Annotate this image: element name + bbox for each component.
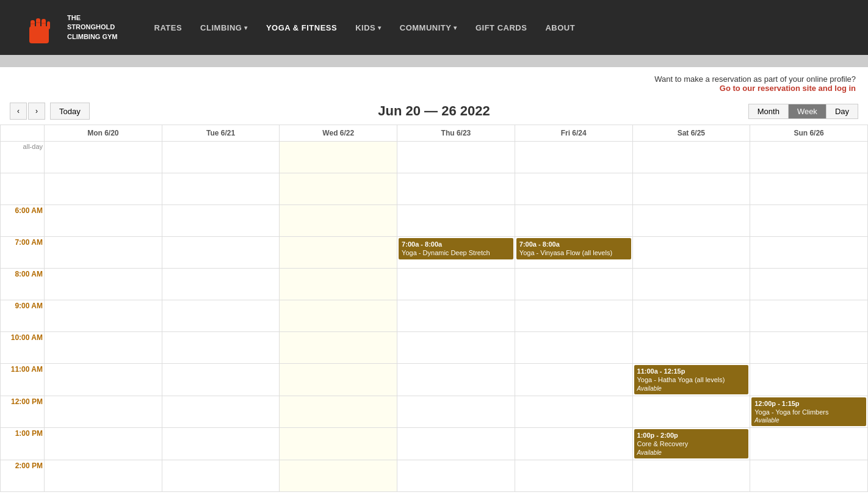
10am-sat <box>632 332 750 364</box>
event-title: Core & Recovery <box>637 440 746 448</box>
12pm-wed <box>280 396 397 428</box>
event-title: Yoga - Yoga for Climbers <box>754 408 863 416</box>
1pm-fri <box>515 428 632 460</box>
12pm-tue <box>162 396 280 428</box>
event-core-recovery[interactable]: 1:00p - 2:00p Core & Recovery Available <box>634 429 749 458</box>
8am-tue <box>162 269 280 300</box>
reservation-notice: Want to make a reservation as part of yo… <box>0 67 868 98</box>
event-time: 12:00p - 1:15p <box>754 399 863 408</box>
event-yoga-hatha[interactable]: 11:00a - 12:15p Yoga - Hatha Yoga (all l… <box>634 365 749 394</box>
pre6-tue <box>162 173 280 205</box>
1pm-sun <box>750 428 868 460</box>
next-button[interactable]: › <box>28 103 45 120</box>
day-header-sun: Sun 6/26 <box>750 125 868 142</box>
chevron-down-icon: ▾ <box>378 24 382 31</box>
2pm-thu <box>397 460 515 491</box>
1pm-sat[interactable]: 1:00p - 2:00p Core & Recovery Available <box>632 428 750 460</box>
12pm-sun[interactable]: 12:00p - 1:15p Yoga - Yoga for Climbers … <box>750 396 868 428</box>
nav-item-rates[interactable]: RATES <box>154 23 183 32</box>
1pm-wed <box>280 428 397 460</box>
8am-wed <box>280 269 397 300</box>
view-week-button[interactable]: Week <box>788 104 826 118</box>
2pm-sun <box>750 460 868 491</box>
9am-fri <box>515 300 632 332</box>
nav-item-yoga[interactable]: YOGA & FITNESS <box>266 23 337 32</box>
main-header: THE STRONGHOLD CLIMBING GYM RATES CLIMBI… <box>0 0 868 55</box>
1pm-tue <box>162 428 280 460</box>
6am-sun <box>750 205 868 237</box>
7am-fri[interactable]: 7:00a - 8:00a Yoga - Vinyasa Flow (all l… <box>515 237 632 269</box>
2pm-sat <box>632 460 750 491</box>
12pm-mon <box>45 396 162 428</box>
main-nav: RATES CLIMBING ▾ YOGA & FITNESS KIDS ▾ C… <box>154 23 576 32</box>
pre-6am-row <box>1 173 868 205</box>
9am-tue <box>162 300 280 332</box>
view-buttons: Month Week Day <box>748 104 858 119</box>
calendar-wrapper[interactable]: Mon 6/20 Tue 6/21 Wed 6/22 Thu 6/23 Fri … <box>0 125 868 499</box>
allday-label: all-day <box>1 142 45 173</box>
9am-wed <box>280 300 397 332</box>
view-month-button[interactable]: Month <box>749 104 788 118</box>
allday-mon <box>45 142 162 173</box>
8am-sun <box>750 269 868 300</box>
nav-item-giftcards[interactable]: GIFT CARDS <box>476 23 527 32</box>
10am-mon <box>45 332 162 364</box>
12pm-fri <box>515 396 632 428</box>
reservation-link[interactable]: Go to our reservation site and log in <box>12 84 856 93</box>
event-time: 1:00p - 2:00p <box>637 431 746 440</box>
day-header-thu: Thu 6/23 <box>397 125 515 142</box>
calendar-table: Mon 6/20 Tue 6/21 Wed 6/22 Thu 6/23 Fri … <box>0 125 868 492</box>
svg-rect-4 <box>42 19 46 29</box>
row-9am: 9:00 AM <box>1 300 868 332</box>
time-2pm: 2:00 PM <box>1 460 45 491</box>
allday-wed <box>280 142 397 173</box>
nav-item-community[interactable]: COMMUNITY ▾ <box>400 23 457 32</box>
row-12pm: 12:00 PM 12:00p - 1:15p Yoga - Yoga for … <box>1 396 868 428</box>
event-available: Available <box>637 385 746 393</box>
event-yoga-vinyasa[interactable]: 7:00a - 8:00a Yoga - Vinyasa Flow (all l… <box>516 238 631 259</box>
11am-wed <box>280 364 397 396</box>
day-header-tue: Tue 6/21 <box>162 125 280 142</box>
allday-tue <box>162 142 280 173</box>
view-day-button[interactable]: Day <box>826 104 858 118</box>
prev-button[interactable]: ‹ <box>10 103 27 120</box>
allday-sat <box>632 142 750 173</box>
11am-mon <box>45 364 162 396</box>
6am-tue <box>162 205 280 237</box>
allday-thu <box>397 142 515 173</box>
pre6-fri <box>515 173 632 205</box>
11am-sat[interactable]: 11:00a - 12:15p Yoga - Hatha Yoga (all l… <box>632 364 750 396</box>
row-6am: 6:00 AM <box>1 205 868 237</box>
svg-rect-3 <box>36 18 40 29</box>
time-9am: 9:00 AM <box>1 300 45 332</box>
event-available: Available <box>637 449 746 457</box>
event-time: 7:00a - 8:00a <box>519 240 628 248</box>
event-yoga-dynamic[interactable]: 7:00a - 8:00a Yoga - Dynamic Deep Stretc… <box>399 238 513 259</box>
10am-wed <box>280 332 397 364</box>
11am-tue <box>162 364 280 396</box>
logo-icon <box>18 6 61 49</box>
time-12pm: 12:00 PM <box>1 396 45 428</box>
7am-wed <box>280 237 397 269</box>
event-yoga-climbers[interactable]: 12:00p - 1:15p Yoga - Yoga for Climbers … <box>751 397 866 427</box>
pre6-thu <box>397 173 515 205</box>
logo-area[interactable]: THE STRONGHOLD CLIMBING GYM <box>18 6 118 49</box>
event-time: 11:00a - 12:15p <box>637 367 746 375</box>
nav-item-climbing[interactable]: CLIMBING ▾ <box>200 23 248 32</box>
event-time: 7:00a - 8:00a <box>402 240 510 248</box>
time-empty <box>1 173 45 205</box>
9am-sat <box>632 300 750 332</box>
today-button[interactable]: Today <box>50 103 90 120</box>
9am-mon <box>45 300 162 332</box>
6am-wed <box>280 205 397 237</box>
1pm-mon <box>45 428 162 460</box>
row-11am: 11:00 AM 11:00a - 12:15p Yoga - Hatha Yo… <box>1 364 868 396</box>
header-bottom-bar <box>0 55 868 67</box>
time-6am: 6:00 AM <box>1 205 45 237</box>
10am-thu <box>397 332 515 364</box>
7am-thu[interactable]: 7:00a - 8:00a Yoga - Dynamic Deep Stretc… <box>397 237 515 269</box>
nav-item-about[interactable]: ABOUT <box>545 23 575 32</box>
10am-fri <box>515 332 632 364</box>
1pm-thu <box>397 428 515 460</box>
nav-item-kids[interactable]: KIDS ▾ <box>355 23 382 32</box>
